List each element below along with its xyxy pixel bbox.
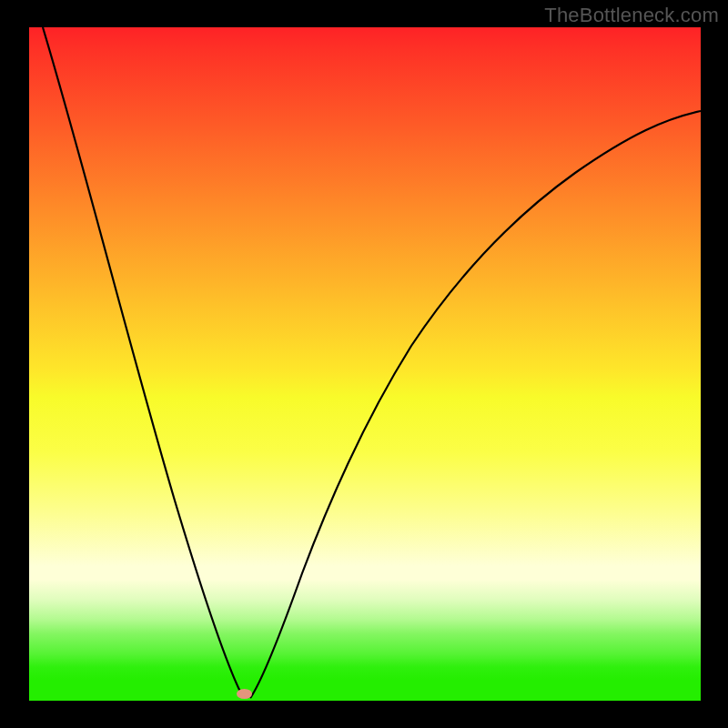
curve-right-branch [250,111,701,698]
watermark-text: TheBottleneck.com [544,4,719,27]
chart-curve [29,27,701,701]
curve-left-branch [43,27,245,698]
plot-area [29,27,701,701]
chart-marker [237,689,252,699]
